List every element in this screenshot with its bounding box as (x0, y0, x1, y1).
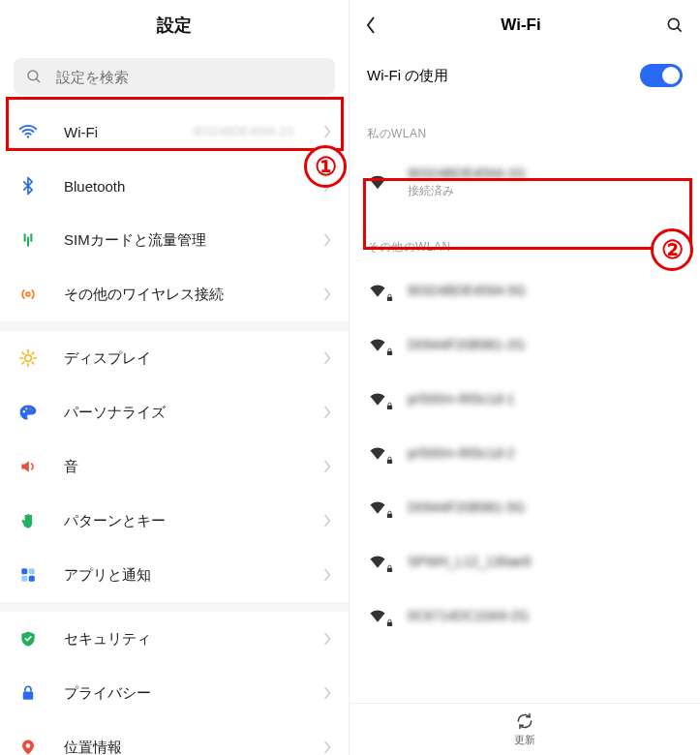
svg-rect-23 (23, 692, 34, 700)
wifi-toggle-row: Wi-Fi の使用 (350, 50, 700, 101)
chevron-right-icon (323, 233, 331, 247)
svg-rect-31 (387, 514, 392, 518)
row-label: 音 (64, 458, 298, 476)
svg-rect-21 (21, 576, 27, 582)
chevron-right-icon (323, 125, 331, 138)
back-button[interactable] (365, 15, 377, 35)
row-label: パーソナライズ (64, 404, 298, 422)
svg-point-25 (668, 18, 679, 29)
bluetooth-icon (17, 176, 39, 196)
svg-rect-27 (387, 297, 392, 301)
svg-rect-19 (21, 568, 27, 574)
shield-icon (17, 629, 39, 649)
row-pattern[interactable]: パターンとキー (0, 494, 349, 548)
svg-line-1 (36, 78, 40, 82)
svg-line-13 (32, 362, 34, 364)
chevron-right-icon (323, 287, 331, 301)
row-personalize[interactable]: パーソナライズ (0, 385, 349, 439)
row-label: セキュリティ (64, 630, 298, 649)
row-label: パターンとキー (64, 512, 298, 530)
network-name: 90324BDE4594-2G (408, 166, 683, 181)
row-wifi[interactable]: Wi-Fi 90324BDE4594-2G (0, 105, 349, 159)
row-privacy[interactable]: プライバシー (0, 666, 349, 720)
svg-line-15 (32, 352, 34, 354)
other-network[interactable]: D0944F20B981-2G (350, 317, 700, 372)
wifi-signal-lock-icon (367, 552, 388, 571)
row-apps[interactable]: アプリと通知 (0, 548, 349, 602)
network-name: pr500m-955c1d-1 (408, 391, 683, 407)
chevron-right-icon (323, 179, 331, 193)
divider (0, 602, 349, 612)
row-display[interactable]: ディスプレイ (0, 331, 349, 385)
search-input[interactable] (56, 69, 323, 85)
brightness-icon (17, 348, 39, 368)
wifi-signal-lock-icon (367, 443, 388, 463)
network-name: 0C6714DC10A9-2G (408, 608, 683, 623)
section-other-wlan: その他のWLAN (350, 214, 700, 263)
row-label: ディスプレイ (64, 349, 298, 368)
section-my-wlan: 私のWLAN (350, 101, 700, 150)
row-label: Wi-Fi (64, 124, 167, 140)
refresh-button[interactable]: 更新 (350, 703, 700, 755)
svg-line-14 (22, 362, 24, 364)
row-sub: 90324BDE4594-2G (193, 125, 294, 138)
lock-icon (17, 684, 39, 702)
network-name: D0944F20B981-5G (408, 499, 683, 515)
other-network[interactable]: pr500m-955c1d-1 (350, 372, 700, 426)
row-label: その他のワイヤレス接続 (64, 286, 298, 304)
svg-rect-32 (387, 568, 392, 572)
chevron-right-icon (323, 351, 331, 365)
wifi-signal-lock-icon (367, 498, 388, 517)
network-name: SPWH_L12_130ae9 (408, 554, 683, 569)
row-label: プライバシー (64, 684, 298, 703)
search-button[interactable] (665, 15, 685, 35)
svg-point-24 (26, 743, 31, 748)
row-bluetooth[interactable]: Bluetooth (0, 159, 349, 213)
svg-point-16 (23, 410, 25, 412)
search-icon (25, 68, 43, 85)
sim-icon (17, 230, 39, 250)
row-sound[interactable]: 音 (0, 439, 349, 494)
svg-point-2 (27, 136, 29, 137)
wifi-signal-lock-icon (367, 606, 388, 625)
chevron-right-icon (323, 514, 331, 528)
wifi-signal-lock-icon (367, 335, 388, 354)
link-icon (17, 285, 39, 304)
refresh-icon (515, 711, 534, 731)
other-network[interactable]: pr500m-955c1d-2 (350, 426, 700, 480)
search-bar[interactable] (14, 58, 335, 95)
row-label: SIMカードと流量管理 (64, 231, 298, 250)
svg-point-6 (26, 292, 30, 296)
svg-rect-20 (29, 568, 35, 574)
other-network[interactable]: 0C6714DC10A9-2G (350, 589, 700, 643)
svg-rect-30 (387, 460, 392, 464)
other-network[interactable]: SPWH_L12_130ae9 (350, 534, 700, 589)
page-title: 設定 (0, 0, 349, 50)
row-sim[interactable]: SIMカードと流量管理 (0, 213, 349, 267)
chevron-right-icon (323, 460, 331, 473)
svg-rect-33 (387, 622, 392, 626)
chevron-right-icon (323, 686, 331, 700)
network-name: D0944F20B981-2G (408, 337, 683, 352)
row-security[interactable]: セキュリティ (0, 612, 349, 666)
wifi-icon (17, 121, 39, 142)
other-network[interactable]: 90324BDE4594-5G (350, 263, 700, 317)
svg-point-7 (25, 355, 32, 362)
wifi-signal-lock-icon (367, 389, 388, 408)
wifi-signal-lock-icon (367, 281, 388, 300)
row-label: Bluetooth (64, 178, 298, 195)
row-label: アプリと通知 (64, 566, 298, 585)
wifi-toggle[interactable] (640, 64, 683, 87)
settings-pane: 設定 Wi-Fi 90324BDE4594-2G Bluetooth SIMカー… (0, 0, 350, 755)
wifi-signal-icon (367, 171, 388, 193)
wifi-title: Wi-Fi (501, 15, 540, 35)
connected-network[interactable]: 90324BDE4594-2G 接続済み (350, 150, 700, 214)
other-network[interactable]: D0944F20B981-5G (350, 480, 700, 534)
refresh-label: 更新 (514, 733, 535, 747)
row-location[interactable]: 位置情報 (0, 720, 349, 755)
network-name: 90324BDE4594-5G (408, 283, 683, 298)
svg-rect-22 (29, 576, 35, 582)
row-other-wireless[interactable]: その他のワイヤレス接続 (0, 267, 349, 321)
svg-line-12 (22, 352, 24, 354)
svg-rect-28 (387, 351, 392, 355)
